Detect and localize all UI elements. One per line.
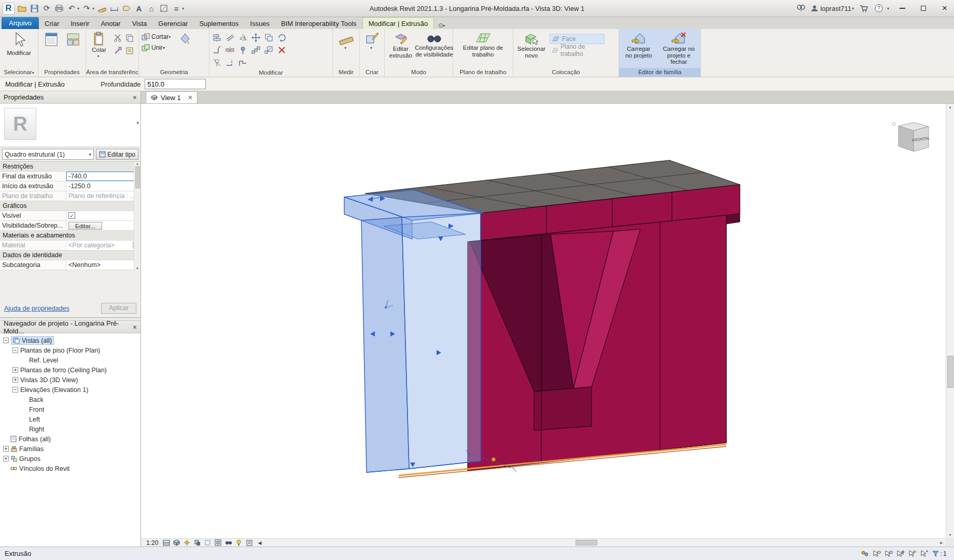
undo-caret-icon[interactable]: ▾ — [77, 6, 79, 11]
pin-icon[interactable] — [236, 44, 249, 56]
redo-icon[interactable]: ↷ — [81, 3, 92, 13]
shadows-icon[interactable] — [192, 539, 202, 547]
tree-item-left[interactable]: Left — [0, 414, 141, 424]
tab-gerenciar[interactable]: Gerenciar — [152, 18, 193, 29]
visivel-checkbox[interactable]: ✓ — [68, 212, 75, 219]
scroll-up-icon[interactable]: ▲ — [948, 104, 952, 109]
selection-filter[interactable]: : 1 — [932, 550, 947, 557]
rotate-icon[interactable] — [275, 32, 288, 44]
app-store-icon[interactable] — [859, 3, 869, 13]
close-button[interactable]: × — [936, 2, 953, 15]
tab-modificar-extrusao[interactable]: Modificar | Extrusão — [362, 17, 434, 29]
viewcube[interactable]: ⌂ FRONTAL — [892, 119, 930, 151]
visibility-settings-button[interactable]: Configurações de visibilidade — [417, 31, 451, 59]
split-icon[interactable] — [223, 44, 236, 56]
constraints-icon[interactable]: ◀ — [255, 539, 264, 547]
expander-icon[interactable]: + — [12, 377, 18, 383]
scroll-right-icon[interactable]: ▶ — [937, 541, 946, 545]
expander-icon[interactable]: + — [3, 446, 9, 452]
paste-options-icon[interactable] — [124, 45, 135, 57]
depth-input[interactable] — [145, 79, 206, 89]
tab-vista[interactable]: Vista — [127, 18, 153, 29]
redo-caret-icon[interactable]: ▾ — [92, 6, 94, 11]
preview-caret-icon[interactable]: ▾ — [136, 120, 139, 125]
default-3d-view-icon[interactable]: ⌂ — [146, 3, 157, 13]
unpin-icon[interactable] — [211, 57, 223, 68]
cut-icon[interactable] — [112, 32, 123, 44]
edit-work-plane-button[interactable]: Editar plano de trabalho — [458, 31, 508, 59]
help-icon[interactable]: ? — [874, 3, 884, 13]
print-icon[interactable] — [54, 3, 64, 13]
tree-item-grupos[interactable]: + Grupos — [0, 454, 141, 464]
section-dados-identidade[interactable]: Dados de identidade » — [0, 250, 141, 260]
undo-icon[interactable]: ↶ — [66, 3, 77, 13]
scroll-down-icon[interactable]: ▼ — [948, 533, 952, 538]
properties-button[interactable] — [43, 31, 60, 48]
thin-lines-icon[interactable]: ≡ — [171, 3, 181, 13]
visual-style-icon[interactable] — [172, 539, 181, 547]
type-selector-combo[interactable]: Quadro estrutural (1) ▾ — [2, 149, 94, 160]
model-canvas[interactable]: ⌂ FRONTAL — [141, 104, 946, 538]
search-icon[interactable] — [796, 3, 806, 13]
select-links-toggle-icon[interactable] — [873, 550, 881, 557]
select-by-face-toggle-icon[interactable] — [908, 550, 917, 557]
tree-item-vinculos[interactable]: Vínculos do Revit — [0, 464, 141, 473]
section-restricoes[interactable]: Restrições » — [0, 162, 141, 172]
expander-icon[interactable]: − — [12, 387, 18, 393]
temporary-view-properties-icon[interactable] — [244, 539, 254, 547]
viewcube-home-icon[interactable]: ⌂ — [892, 119, 896, 127]
signed-in-user[interactable]: loprast711 ▾ — [811, 5, 854, 12]
properties-help-link[interactable]: Ajuda de propriedades — [4, 305, 69, 312]
tree-item-front[interactable]: Front — [0, 404, 141, 414]
view-tab-view1[interactable]: View 1 × — [146, 91, 198, 103]
join-geometry-button[interactable]: Unir ▾ — [140, 44, 172, 52]
tree-item-familias[interactable]: + Famílias — [0, 444, 141, 454]
tree-item-elevacoes[interactable]: − Elevações (Elevation 1) — [0, 385, 141, 395]
load-into-project-button[interactable]: Carregar no projeto — [622, 31, 656, 60]
crop-view-icon[interactable] — [203, 539, 213, 547]
tree-item-vistas-3d[interactable]: + Vistas 3D (3D View) — [0, 375, 141, 385]
copy-icon[interactable] — [124, 32, 135, 44]
detail-level-icon[interactable] — [161, 539, 171, 547]
properties-scroll-thumb[interactable] — [135, 166, 140, 188]
paint-button[interactable] — [176, 31, 193, 47]
tab-anotar[interactable]: Anotar — [95, 18, 126, 29]
tab-criar[interactable]: Criar — [39, 18, 65, 29]
array-icon[interactable] — [249, 44, 262, 56]
browser-close-icon[interactable]: × — [133, 323, 137, 331]
properties-scrollbar[interactable]: ▲ ▼ — [134, 162, 141, 270]
canvas-vertical-scrollbar[interactable]: ▲ ▼ — [946, 104, 954, 538]
sync-icon[interactable]: ⟳ — [41, 3, 52, 13]
tree-item-back[interactable]: Back — [0, 395, 141, 404]
help-caret-icon[interactable]: ▾ — [887, 6, 889, 11]
edit-extrusion-button[interactable]: Editar extrusão — [386, 31, 415, 60]
measure-icon[interactable] — [96, 3, 107, 13]
select-underlay-toggle-icon[interactable] — [885, 550, 893, 557]
modify-button[interactable]: Modificar — [5, 31, 33, 58]
load-into-project-close-button[interactable]: Carregar no projeto e fechar — [660, 31, 698, 66]
save-icon[interactable] — [29, 3, 39, 13]
panel-label-selecionar[interactable]: Selecionar ▾ — [0, 68, 38, 77]
vertical-scroll-thumb[interactable] — [947, 356, 953, 388]
select-pinned-toggle-icon[interactable] — [896, 550, 905, 557]
expander-icon[interactable]: + — [3, 456, 9, 461]
copy-tool-icon[interactable] — [262, 32, 275, 44]
select-new-host-button[interactable]: Selecionar novo — [514, 31, 549, 60]
tree-item-plantas-forro[interactable]: + Plantas de forro (Ceiling Plan) — [0, 365, 141, 375]
delete-icon[interactable] — [275, 44, 288, 56]
tree-item-folhas[interactable]: Folhas (all) — [0, 434, 141, 444]
inicio-extrusao-value[interactable]: -1250.0 — [66, 181, 141, 191]
section-icon[interactable] — [159, 3, 169, 13]
cope-icon[interactable] — [236, 57, 249, 68]
expander-icon[interactable]: − — [12, 347, 18, 353]
cut-geometry-button[interactable]: Cortar ▾ — [140, 33, 172, 41]
section-materiais[interactable]: Materiais e acabamentos » — [0, 231, 141, 241]
tab-inserir[interactable]: Inserir — [65, 18, 95, 29]
section-graficos[interactable]: Gráficos » — [0, 201, 141, 211]
reveal-hidden-icon[interactable] — [234, 539, 244, 547]
worksharing-icon[interactable] — [861, 550, 869, 557]
aligned-dimension-icon[interactable] — [109, 3, 119, 13]
tree-item-plantas-piso[interactable]: − Plantas de piso (Floor Plan) — [0, 345, 141, 355]
text-icon[interactable]: A — [134, 3, 144, 13]
tag-icon[interactable] — [121, 3, 132, 13]
